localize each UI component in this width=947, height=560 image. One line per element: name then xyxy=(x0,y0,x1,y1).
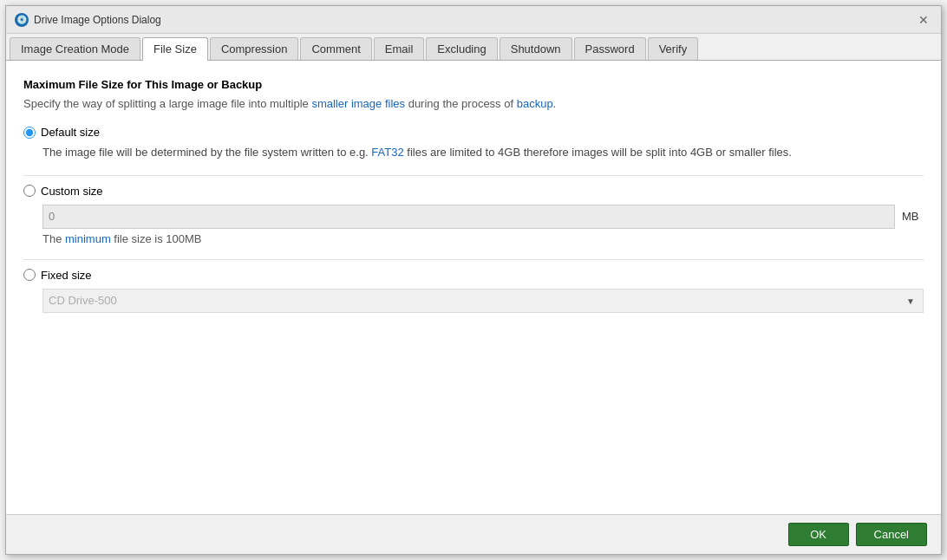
title-bar: 💿 Drive Image Options Dialog ✕ xyxy=(6,6,941,34)
default-desc-text2: files are limited to 4GB therefore image… xyxy=(404,146,792,159)
hint-text2: file size is 100MB xyxy=(111,232,202,245)
section-desc-text2: during the process of xyxy=(405,97,517,110)
default-desc-fat32: FAT32 xyxy=(371,146,403,159)
tab-excluding[interactable]: Excluding xyxy=(426,37,497,60)
tab-password[interactable]: Password xyxy=(574,37,646,60)
default-size-text: Default size xyxy=(41,126,100,139)
tab-bar: Image Creation Mode File Size Compressio… xyxy=(6,34,941,61)
default-size-group: Default size The image file will be dete… xyxy=(23,126,924,161)
app-icon: 💿 xyxy=(15,13,29,27)
unit-label: MB xyxy=(902,210,924,223)
dialog-footer: OK Cancel xyxy=(6,514,941,554)
section-description: Specify the way of splitting a large ima… xyxy=(23,96,924,112)
tab-verify[interactable]: Verify xyxy=(648,37,699,60)
custom-size-group: Custom size MB The minimum file size is … xyxy=(23,185,924,245)
section-desc-end: . xyxy=(553,97,557,110)
content-area: Maximum File Size for This Image or Back… xyxy=(6,61,941,514)
custom-size-input[interactable] xyxy=(42,205,895,229)
section-desc-link2: backup xyxy=(517,97,553,110)
close-button[interactable]: ✕ xyxy=(915,11,932,29)
default-desc-text1: The image file will be determined by the… xyxy=(42,146,371,159)
dialog-title: Drive Image Options Dialog xyxy=(34,14,161,26)
custom-size-radio[interactable] xyxy=(23,185,36,197)
tab-shutdown[interactable]: Shutdown xyxy=(500,37,572,60)
hint-text1: The xyxy=(42,232,65,245)
select-wrapper: CD Drive-500 DVD Drive-4700 Custom xyxy=(42,289,924,313)
tab-comment[interactable]: Comment xyxy=(300,37,371,60)
tab-compression[interactable]: Compression xyxy=(210,37,299,60)
custom-size-label[interactable]: Custom size xyxy=(23,185,924,198)
ok-button[interactable]: OK xyxy=(788,523,849,546)
section-desc-text1: Specify the way of splitting a large ima… xyxy=(23,97,311,110)
min-size-hint: The minimum file size is 100MB xyxy=(42,232,924,245)
fixed-size-select[interactable]: CD Drive-500 DVD Drive-4700 Custom xyxy=(42,289,924,313)
section-desc-link1: smaller image files xyxy=(311,97,405,110)
fixed-size-group: Fixed size CD Drive-500 DVD Drive-4700 C… xyxy=(23,269,924,313)
fixed-size-label[interactable]: Fixed size xyxy=(23,269,924,282)
fixed-size-radio[interactable] xyxy=(23,269,36,281)
title-bar-left: 💿 Drive Image Options Dialog xyxy=(15,13,161,27)
tab-image-creation-mode[interactable]: Image Creation Mode xyxy=(10,37,140,60)
tab-file-size[interactable]: File Size xyxy=(142,37,208,61)
hint-minimum: minimum xyxy=(65,232,111,245)
tab-email[interactable]: Email xyxy=(374,37,425,60)
divider-2 xyxy=(23,259,924,260)
section-title: Maximum File Size for This Image or Back… xyxy=(23,78,924,91)
fixed-size-select-row: CD Drive-500 DVD Drive-4700 Custom xyxy=(42,289,924,313)
default-size-description: The image file will be determined by the… xyxy=(42,144,924,161)
default-size-radio[interactable] xyxy=(23,127,36,139)
dialog-window: 💿 Drive Image Options Dialog ✕ Image Cre… xyxy=(5,5,942,555)
default-size-label[interactable]: Default size xyxy=(23,126,924,139)
custom-size-input-row: MB xyxy=(42,205,924,229)
fixed-size-text: Fixed size xyxy=(41,269,92,282)
custom-size-text: Custom size xyxy=(41,185,103,198)
divider-1 xyxy=(23,175,924,176)
cancel-button[interactable]: Cancel xyxy=(856,523,927,546)
